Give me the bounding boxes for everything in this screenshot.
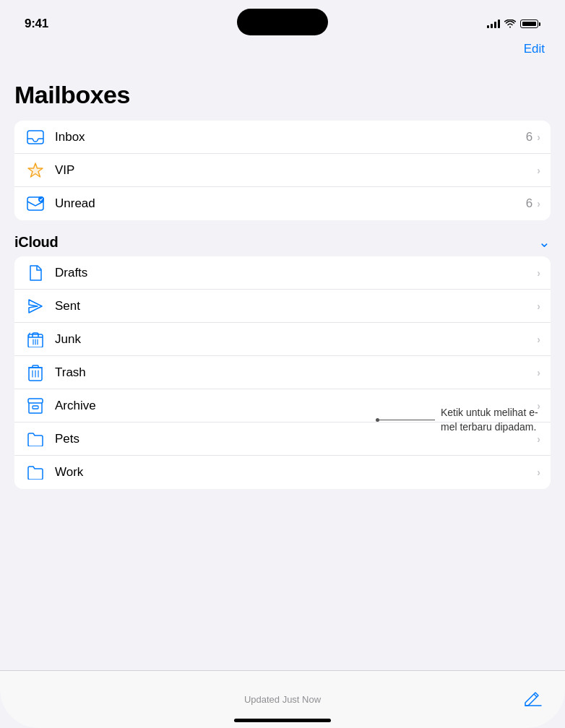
- drafts-chevron-icon: ›: [537, 267, 540, 279]
- star-icon: [25, 160, 46, 181]
- sidebar-item-drafts[interactable]: Drafts ›: [14, 256, 551, 290]
- sidebar-item-vip[interactable]: VIP ›: [14, 154, 551, 187]
- inbox-chevron-icon: ›: [537, 131, 540, 143]
- pets-chevron-icon: ›: [537, 433, 540, 445]
- drafts-icon: [25, 262, 46, 284]
- tooltip-annotation: Ketik untuk melihat e-mel terbaru dipada…: [377, 406, 551, 434]
- home-indicator: [234, 719, 331, 722]
- signal-bars-icon: [487, 20, 500, 28]
- unread-badge: 6: [526, 196, 532, 211]
- inbox-label: Inbox: [55, 130, 526, 144]
- trash-icon: [25, 362, 46, 384]
- status-icons: [487, 20, 540, 28]
- junk-icon: [25, 329, 46, 350]
- edit-button[interactable]: Edit: [524, 42, 545, 56]
- battery-icon: [520, 20, 540, 28]
- dynamic-island: [237, 9, 328, 35]
- sent-label: Sent: [55, 299, 537, 313]
- trash-label: Trash: [55, 365, 537, 380]
- icloud-collapse-icon[interactable]: ⌄: [538, 233, 551, 251]
- compose-button[interactable]: [520, 688, 545, 712]
- sidebar-item-unread[interactable]: Unread 6 ›: [14, 187, 551, 220]
- sidebar-item-inbox[interactable]: Inbox 6 ›: [14, 121, 551, 154]
- svg-rect-5: [28, 399, 43, 403]
- vip-label: VIP: [55, 163, 532, 178]
- sidebar-item-work[interactable]: Work ›: [14, 456, 551, 489]
- vip-chevron-icon: ›: [537, 165, 540, 176]
- sidebar-item-sent[interactable]: Sent ›: [14, 290, 551, 323]
- icloud-title: iCloud: [14, 234, 58, 251]
- sent-icon: [25, 295, 46, 317]
- sidebar-item-trash[interactable]: Trash ›: [14, 356, 551, 389]
- sidebar-item-junk[interactable]: Junk ›: [14, 323, 551, 356]
- unread-icon: [25, 193, 46, 214]
- tooltip-text: Ketik untuk melihat e-mel terbaru dipada…: [435, 406, 551, 434]
- trash-chevron-icon: ›: [537, 367, 540, 378]
- unread-label: Unread: [55, 196, 526, 211]
- work-folder-icon: [25, 462, 46, 483]
- work-label: Work: [55, 465, 537, 480]
- icloud-section: Drafts › Sent ›: [14, 256, 551, 489]
- svg-rect-6: [33, 406, 38, 409]
- junk-chevron-icon: ›: [537, 334, 540, 345]
- work-chevron-icon: ›: [537, 467, 540, 478]
- unread-chevron-icon: ›: [537, 198, 540, 209]
- status-time: 9:41: [25, 17, 48, 31]
- wifi-icon: [504, 20, 516, 28]
- status-bar: 9:41: [0, 0, 565, 38]
- page-title: Mailboxes: [0, 75, 565, 121]
- junk-label: Junk: [55, 332, 537, 347]
- updated-text: Updated Just Now: [244, 694, 321, 705]
- archive-icon: [25, 395, 46, 417]
- inbox-badge: 6: [526, 130, 532, 144]
- inbox-icon: [25, 126, 46, 148]
- sent-chevron-icon: ›: [537, 300, 540, 312]
- pets-folder-icon: [25, 428, 46, 450]
- main-mailbox-section: Inbox 6 › VIP ›: [14, 121, 551, 220]
- icloud-section-header[interactable]: iCloud ⌄: [0, 226, 565, 256]
- drafts-label: Drafts: [55, 266, 537, 280]
- phone-frame: 9:41 Edit Mailboxes: [0, 0, 565, 728]
